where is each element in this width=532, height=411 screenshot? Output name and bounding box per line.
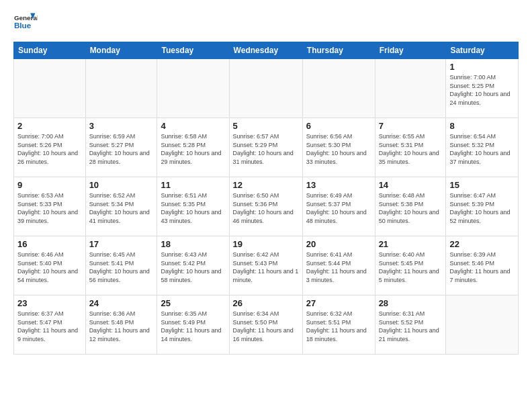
day-cell: 18Sunrise: 6:43 AM Sunset: 5:42 PM Dayli…	[157, 236, 229, 295]
day-cell: 26Sunrise: 6:34 AM Sunset: 5:50 PM Dayli…	[229, 295, 302, 355]
day-cell	[446, 295, 519, 355]
day-info: Sunrise: 6:57 AM Sunset: 5:29 PM Dayligh…	[233, 132, 299, 166]
logo: GeneralBlue	[13, 11, 40, 35]
day-number: 6	[306, 121, 371, 131]
day-number: 21	[379, 239, 443, 249]
weekday-thursday: Thursday	[302, 42, 375, 59]
logo-icon: GeneralBlue	[13, 11, 38, 35]
day-info: Sunrise: 6:49 AM Sunset: 5:37 PM Dayligh…	[306, 191, 371, 225]
day-cell	[375, 59, 446, 118]
day-info: Sunrise: 6:51 AM Sunset: 5:35 PM Dayligh…	[161, 191, 225, 225]
day-cell: 2Sunrise: 7:00 AM Sunset: 5:26 PM Daylig…	[14, 118, 86, 177]
day-cell: 1Sunrise: 7:00 AM Sunset: 5:25 PM Daylig…	[446, 59, 519, 118]
day-info: Sunrise: 6:48 AM Sunset: 5:38 PM Dayligh…	[379, 191, 443, 225]
day-number: 20	[306, 239, 371, 249]
day-info: Sunrise: 6:37 AM Sunset: 5:47 PM Dayligh…	[17, 310, 82, 343]
week-row-2: 9Sunrise: 6:53 AM Sunset: 5:33 PM Daylig…	[14, 177, 519, 236]
week-row-0: 1Sunrise: 7:00 AM Sunset: 5:25 PM Daylig…	[14, 59, 519, 118]
day-cell: 24Sunrise: 6:36 AM Sunset: 5:48 PM Dayli…	[85, 295, 157, 355]
day-number: 3	[89, 121, 154, 131]
day-cell: 19Sunrise: 6:42 AM Sunset: 5:43 PM Dayli…	[229, 236, 302, 295]
day-info: Sunrise: 6:59 AM Sunset: 5:27 PM Dayligh…	[89, 132, 154, 166]
day-number: 13	[306, 180, 371, 190]
day-cell: 15Sunrise: 6:47 AM Sunset: 5:39 PM Dayli…	[446, 177, 519, 236]
day-cell	[229, 59, 302, 118]
day-info: Sunrise: 6:35 AM Sunset: 5:49 PM Dayligh…	[161, 310, 225, 343]
day-cell: 20Sunrise: 6:41 AM Sunset: 5:44 PM Dayli…	[302, 236, 375, 295]
day-info: Sunrise: 6:40 AM Sunset: 5:45 PM Dayligh…	[379, 250, 443, 284]
svg-text:Blue: Blue	[14, 21, 32, 30]
day-cell	[85, 59, 157, 118]
day-number: 18	[161, 239, 225, 249]
day-info: Sunrise: 6:56 AM Sunset: 5:30 PM Dayligh…	[306, 132, 371, 166]
day-info: Sunrise: 6:54 AM Sunset: 5:32 PM Dayligh…	[449, 132, 515, 166]
day-info: Sunrise: 6:41 AM Sunset: 5:44 PM Dayligh…	[306, 250, 371, 284]
day-cell: 16Sunrise: 6:46 AM Sunset: 5:40 PM Dayli…	[14, 236, 86, 295]
weekday-header-row: SundayMondayTuesdayWednesdayThursdayFrid…	[14, 42, 519, 59]
day-number: 1	[449, 62, 515, 72]
day-info: Sunrise: 6:47 AM Sunset: 5:39 PM Dayligh…	[449, 191, 515, 225]
day-number: 2	[17, 121, 82, 131]
day-number: 11	[161, 180, 225, 190]
day-info: Sunrise: 6:32 AM Sunset: 5:51 PM Dayligh…	[306, 310, 371, 343]
day-number: 10	[89, 180, 154, 190]
day-cell	[302, 59, 375, 118]
calendar-page: GeneralBlue SundayMondayTuesdayWednesday…	[0, 0, 532, 361]
day-cell: 8Sunrise: 6:54 AM Sunset: 5:32 PM Daylig…	[446, 118, 519, 177]
day-info: Sunrise: 7:00 AM Sunset: 5:26 PM Dayligh…	[17, 132, 82, 166]
day-number: 27	[306, 298, 371, 308]
weekday-tuesday: Tuesday	[157, 42, 229, 59]
week-row-1: 2Sunrise: 7:00 AM Sunset: 5:26 PM Daylig…	[14, 118, 519, 177]
day-info: Sunrise: 6:45 AM Sunset: 5:41 PM Dayligh…	[89, 250, 154, 284]
day-cell: 21Sunrise: 6:40 AM Sunset: 5:45 PM Dayli…	[375, 236, 446, 295]
day-cell: 11Sunrise: 6:51 AM Sunset: 5:35 PM Dayli…	[157, 177, 229, 236]
day-cell: 27Sunrise: 6:32 AM Sunset: 5:51 PM Dayli…	[302, 295, 375, 355]
day-number: 19	[233, 239, 299, 249]
day-number: 5	[233, 121, 299, 131]
day-info: Sunrise: 7:00 AM Sunset: 5:25 PM Dayligh…	[449, 73, 515, 107]
day-cell: 12Sunrise: 6:50 AM Sunset: 5:36 PM Dayli…	[229, 177, 302, 236]
day-info: Sunrise: 6:52 AM Sunset: 5:34 PM Dayligh…	[89, 191, 154, 225]
day-cell: 5Sunrise: 6:57 AM Sunset: 5:29 PM Daylig…	[229, 118, 302, 177]
day-info: Sunrise: 6:55 AM Sunset: 5:31 PM Dayligh…	[379, 132, 443, 166]
day-number: 15	[449, 180, 515, 190]
day-number: 28	[379, 298, 443, 308]
day-number: 12	[233, 180, 299, 190]
weekday-sunday: Sunday	[14, 42, 86, 59]
header: GeneralBlue	[13, 11, 519, 35]
day-info: Sunrise: 6:34 AM Sunset: 5:50 PM Dayligh…	[233, 310, 299, 343]
day-number: 8	[449, 121, 515, 131]
day-number: 16	[17, 239, 82, 249]
day-cell: 22Sunrise: 6:39 AM Sunset: 5:46 PM Dayli…	[446, 236, 519, 295]
day-info: Sunrise: 6:53 AM Sunset: 5:33 PM Dayligh…	[17, 191, 82, 225]
weekday-wednesday: Wednesday	[229, 42, 302, 59]
day-cell: 9Sunrise: 6:53 AM Sunset: 5:33 PM Daylig…	[14, 177, 86, 236]
day-info: Sunrise: 6:58 AM Sunset: 5:28 PM Dayligh…	[161, 132, 225, 166]
day-cell: 4Sunrise: 6:58 AM Sunset: 5:28 PM Daylig…	[157, 118, 229, 177]
day-info: Sunrise: 6:46 AM Sunset: 5:40 PM Dayligh…	[17, 250, 82, 284]
day-number: 23	[17, 298, 82, 308]
day-cell	[157, 59, 229, 118]
day-number: 4	[161, 121, 225, 131]
day-cell	[14, 59, 86, 118]
day-number: 7	[379, 121, 443, 131]
day-cell: 3Sunrise: 6:59 AM Sunset: 5:27 PM Daylig…	[85, 118, 157, 177]
day-info: Sunrise: 6:36 AM Sunset: 5:48 PM Dayligh…	[89, 310, 154, 343]
day-cell: 7Sunrise: 6:55 AM Sunset: 5:31 PM Daylig…	[375, 118, 446, 177]
weekday-saturday: Saturday	[446, 42, 519, 59]
week-row-4: 23Sunrise: 6:37 AM Sunset: 5:47 PM Dayli…	[14, 295, 519, 355]
week-row-3: 16Sunrise: 6:46 AM Sunset: 5:40 PM Dayli…	[14, 236, 519, 295]
day-cell: 23Sunrise: 6:37 AM Sunset: 5:47 PM Dayli…	[14, 295, 86, 355]
day-number: 25	[161, 298, 225, 308]
calendar-table: SundayMondayTuesdayWednesdayThursdayFrid…	[13, 42, 519, 355]
day-info: Sunrise: 6:50 AM Sunset: 5:36 PM Dayligh…	[233, 191, 299, 225]
day-number: 9	[17, 180, 82, 190]
day-info: Sunrise: 6:31 AM Sunset: 5:52 PM Dayligh…	[379, 310, 443, 343]
weekday-friday: Friday	[375, 42, 446, 59]
day-cell: 10Sunrise: 6:52 AM Sunset: 5:34 PM Dayli…	[85, 177, 157, 236]
weekday-monday: Monday	[85, 42, 157, 59]
day-cell: 25Sunrise: 6:35 AM Sunset: 5:49 PM Dayli…	[157, 295, 229, 355]
day-cell: 28Sunrise: 6:31 AM Sunset: 5:52 PM Dayli…	[375, 295, 446, 355]
day-number: 22	[449, 239, 515, 249]
day-cell: 17Sunrise: 6:45 AM Sunset: 5:41 PM Dayli…	[85, 236, 157, 295]
